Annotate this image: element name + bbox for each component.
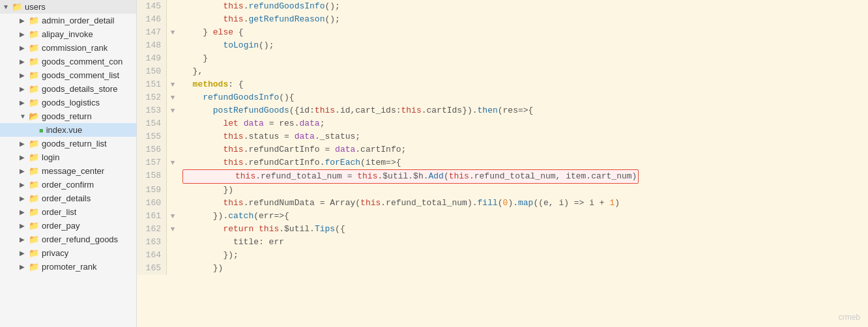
code-line-162: 162▼ return this.$util.Tips({ [137, 223, 868, 236]
code-line-161: 161▼ }).catch(err=>{ [137, 210, 868, 223]
code-line-148: 148 toLogin(); [137, 39, 868, 52]
code-content: }) [179, 262, 868, 275]
line-number: 147 [137, 26, 167, 39]
code-content: }, [179, 65, 868, 78]
sidebar-item-goods-comment-con[interactable]: ▶ 📁 goods_comment_con [0, 55, 136, 68]
line-number: 153 [137, 104, 167, 117]
goods-comment-list-icon: 📁 [29, 70, 39, 80]
sidebar-item-promoter-rank[interactable]: ▶ 📁 promoter_rank [0, 260, 136, 274]
sidebar-item-privacy[interactable]: ▶ 📁 privacy [0, 246, 136, 260]
order-confirm-label: order_confirm [42, 180, 94, 190]
code-content: this.refundCartInfo.forEach(item=>{ [179, 156, 868, 169]
order-details-icon: 📁 [29, 193, 39, 203]
fold-indicator [167, 117, 179, 130]
code-line-152: 152▼ refundGoodsInfo(){ [137, 91, 868, 104]
fold-indicator[interactable]: ▼ [167, 78, 179, 91]
users-arrow: ▼ [3, 3, 12, 10]
sidebar-item-goods-logistics[interactable]: ▶ 📁 goods_logistics [0, 96, 136, 109]
code-line-151: 151▼ methods: { [137, 78, 868, 91]
sidebar-item-goods-return-list[interactable]: ▶ 📁 goods_return_list [0, 137, 136, 150]
code-line-158: 158 this.refund_total_num = this.$util.$… [137, 169, 868, 184]
code-content: this.refundNumData = Array(this.refund_t… [179, 197, 868, 210]
order-pay-label: order_pay [42, 221, 80, 231]
goods-logistics-icon: 📁 [29, 98, 39, 107]
goods-details-store-icon: 📁 [29, 84, 39, 94]
goods-return-label: goods_return [42, 111, 92, 121]
code-content: } else { [179, 26, 868, 39]
goods-return-list-label: goods_return_list [42, 139, 107, 149]
sidebar-item-order-pay[interactable]: ▶ 📁 order_pay [0, 219, 136, 233]
fold-indicator [167, 52, 179, 65]
message-center-arrow: ▶ [20, 167, 29, 175]
order-confirm-icon: 📁 [29, 180, 39, 190]
goods-details-store-arrow: ▶ [20, 85, 29, 92]
order-refund-goods-arrow: ▶ [20, 236, 29, 243]
code-line-147: 147▼ } else { [137, 26, 868, 39]
index-vue-label: index.vue [46, 125, 83, 135]
goods-logistics-arrow: ▶ [20, 99, 29, 106]
code-content: }).catch(err=>{ [179, 210, 868, 223]
fold-indicator[interactable]: ▼ [167, 223, 179, 236]
order-details-arrow: ▶ [20, 195, 29, 202]
fold-indicator[interactable]: ▼ [167, 91, 179, 104]
fold-indicator[interactable]: ▼ [167, 104, 179, 117]
code-content: this.getRefundReason(); [179, 13, 868, 26]
goods-logistics-label: goods_logistics [42, 98, 100, 107]
login-icon: 📁 [29, 152, 39, 162]
line-number: 159 [137, 184, 167, 197]
code-line-160: 160 this.refundNumData = Array(this.refu… [137, 197, 868, 210]
watermark: crmeb [839, 313, 860, 322]
sidebar-item-order-confirm[interactable]: ▶ 📁 order_confirm [0, 178, 136, 192]
code-line-146: 146 this.getRefundReason(); [137, 13, 868, 26]
line-number: 161 [137, 210, 167, 223]
code-content: refundGoodsInfo(){ [179, 91, 868, 104]
order-pay-icon: 📁 [29, 221, 39, 231]
sidebar-item-order-list[interactable]: ▶ 📁 order_list [0, 205, 136, 219]
commission-rank-arrow: ▶ [20, 44, 29, 51]
code-line-155: 155 this.status = data._status; [137, 130, 868, 143]
sidebar-item-commission-rank[interactable]: ▶ 📁 commission_rank [0, 41, 136, 55]
goods-return-arrow: ▼ [20, 113, 29, 120]
line-number: 146 [137, 13, 167, 26]
privacy-icon: 📁 [29, 248, 39, 258]
index-vue-icon: ■ [39, 126, 44, 134]
file-tree-sidebar[interactable]: ▼ 📁 users ▶ 📁 admin_order_detail ▶ 📁 ali… [0, 0, 137, 327]
line-number: 145 [137, 0, 167, 13]
fold-indicator[interactable]: ▼ [167, 156, 179, 169]
fold-indicator[interactable]: ▼ [167, 210, 179, 223]
fold-indicator[interactable]: ▼ [167, 26, 179, 39]
goods-comment-list-label: goods_comment_list [42, 70, 119, 80]
sidebar-item-alipay-invoke[interactable]: ▶ 📁 alipay_invoke [0, 27, 136, 41]
code-line-156: 156 this.refundCartInfo = data.cartInfo; [137, 143, 868, 156]
code-lines-container: 145 this.refundGoodsInfo();146 this.getR… [137, 0, 868, 275]
sidebar-item-index-vue[interactable]: ■ index.vue [0, 123, 136, 137]
message-center-label: message_center [42, 166, 104, 176]
goods-comment-con-icon: 📁 [29, 57, 39, 66]
code-content: toLogin(); [179, 39, 868, 52]
order-list-label: order_list [42, 207, 76, 217]
promoter-rank-icon: 📁 [29, 262, 39, 272]
fold-indicator [167, 184, 179, 197]
code-content: title: err [179, 236, 868, 249]
sidebar-item-admin-order-detail[interactable]: ▶ 📁 admin_order_detail [0, 14, 136, 27]
admin-order-detail-arrow: ▶ [20, 17, 29, 24]
privacy-arrow: ▶ [20, 249, 29, 257]
code-content: } [179, 52, 868, 65]
sidebar-item-message-center[interactable]: ▶ 📁 message_center [0, 164, 136, 178]
sidebar-item-order-refund-goods[interactable]: ▶ 📁 order_refund_goods [0, 233, 136, 246]
code-content: this.refundCartInfo = data.cartInfo; [179, 143, 868, 156]
order-refund-goods-label: order_refund_goods [42, 235, 118, 244]
fold-indicator [167, 0, 179, 13]
code-content: this.status = data._status; [179, 130, 868, 143]
sidebar-item-order-details[interactable]: ▶ 📁 order_details [0, 192, 136, 205]
order-confirm-arrow: ▶ [20, 181, 29, 188]
sidebar-item-goods-return[interactable]: ▼ 📂 goods_return [0, 109, 136, 123]
code-content: methods: { [179, 78, 868, 91]
sidebar-item-goods-comment-list[interactable]: ▶ 📁 goods_comment_list [0, 68, 136, 82]
line-number: 156 [137, 143, 167, 156]
sidebar-item-login[interactable]: ▶ 📁 login [0, 150, 136, 164]
code-line-163: 163 title: err [137, 236, 868, 249]
sidebar-item-goods-details-store[interactable]: ▶ 📁 goods_details_store [0, 82, 136, 96]
promoter-rank-label: promoter_rank [42, 262, 97, 272]
sidebar-item-users[interactable]: ▼ 📁 users [0, 0, 136, 14]
